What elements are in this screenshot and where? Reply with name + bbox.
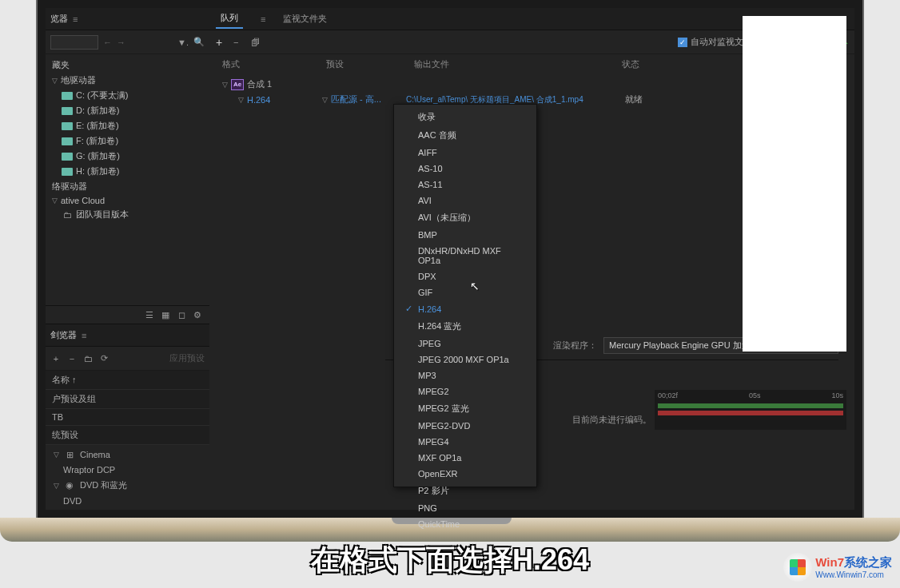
format-option[interactable]: AS-10 [394, 161, 536, 177]
settings-icon[interactable]: ⚙ [192, 309, 203, 320]
format-option[interactable]: JPEG 2000 MXF OP1a [394, 352, 536, 368]
format-option[interactable]: MPEG2 [394, 383, 536, 399]
list-view-icon[interactable]: ☰ [144, 309, 155, 320]
format-option[interactable]: AS-11 [394, 177, 536, 193]
add-preset-icon[interactable]: + [50, 353, 62, 364]
preset-menu-icon[interactable]: ≡ [82, 331, 86, 340]
cinema-icon: ⊞ [64, 449, 75, 460]
chevron-down-icon[interactable]: ▽ [238, 96, 244, 104]
user-presets-row[interactable]: 户预设及组 [46, 390, 209, 409]
grid-view-icon[interactable]: ▦ [160, 309, 171, 320]
apply-preset-button[interactable]: 应用预设 [169, 352, 205, 364]
drive-item[interactable]: D: (新加卷) [46, 103, 209, 118]
format-option[interactable]: P2 影片 [394, 482, 536, 500]
cinema-preset-group[interactable]: ▽⊞Cinema [46, 447, 209, 463]
preset-toolbar: + − 🗀 ⟳ 应用预设 [46, 347, 209, 371]
drive-tree: 藏夹 ▽地驱动器 C: (不要太满)D: (新加卷)E: (新加卷)F: (新加… [46, 54, 209, 305]
name-column-header[interactable]: 名称 ↑ [46, 371, 209, 390]
preview-blank-area [743, 16, 846, 352]
preset-link[interactable]: 匹配源 - 高... [331, 93, 403, 105]
add-source-icon[interactable]: + [216, 36, 222, 49]
remove-preset-icon[interactable]: − [66, 353, 78, 364]
format-option[interactable]: PNG [394, 500, 536, 516]
mouse-cursor-icon: ↖ [470, 280, 480, 292]
format-option[interactable]: AVI（未压缩） [394, 209, 536, 227]
timeline-track-2[interactable] [658, 411, 843, 415]
col-format: 格式 [222, 58, 326, 70]
browser-panel-header: 览器 ≡ [46, 8, 209, 30]
format-option[interactable]: QuickTime [394, 516, 536, 532]
format-option[interactable]: 收录 [394, 108, 536, 126]
creative-cloud-node[interactable]: ▽ative Cloud [46, 194, 209, 207]
filter-icon[interactable]: ▼. [177, 37, 189, 48]
preset-panel-header: 剑览器 ≡ [46, 324, 209, 347]
format-option[interactable]: AVI [394, 193, 536, 209]
format-option[interactable]: MPEG4 [394, 434, 536, 450]
drive-item[interactable]: F: (新加卷) [46, 133, 209, 149]
col-preset: 预设 [326, 58, 414, 70]
duplicate-icon[interactable]: 🗐 [249, 37, 261, 48]
watermark-logo-icon [783, 553, 812, 582]
drive-item[interactable]: C: (不要太满) [46, 88, 209, 103]
format-option[interactable]: MXF OP1a [394, 450, 536, 466]
tab-watch-folders[interactable]: 监视文件夹 [278, 10, 332, 28]
format-option[interactable]: ✓H.264 [394, 300, 536, 317]
tab-queue[interactable]: 队列 [216, 9, 243, 29]
status-text: 就绪 [625, 93, 643, 105]
new-folder-icon[interactable]: 🗀 [82, 353, 94, 364]
format-option[interactable]: BMP [394, 227, 536, 243]
video-subtitle: 在格式下面选择H.264 [0, 541, 900, 580]
team-project-node[interactable]: 🗀团队项目版本 [46, 207, 209, 222]
watermark-url: Www.Winwin7.com [815, 570, 892, 579]
drive-item[interactable]: H: (新加卷) [46, 164, 209, 179]
wraptor-preset[interactable]: Wraptor DCP [46, 463, 209, 477]
format-link[interactable]: H.264 [247, 95, 319, 105]
thumb-view-icon[interactable]: ◻ [176, 309, 187, 320]
tb-row[interactable]: TB [46, 409, 209, 426]
drive-icon [62, 153, 73, 161]
local-drives-node[interactable]: ▽地驱动器 [46, 73, 209, 88]
sys-presets-row[interactable]: 统预设 [46, 426, 209, 445]
preset-browser-title: 剑览器 [50, 329, 77, 341]
dvd-preset[interactable]: DVD [46, 494, 209, 508]
ae-comp-icon: Ae [231, 79, 244, 90]
folder-icon: 🗀 [62, 209, 73, 220]
format-option[interactable]: AIFF [394, 145, 536, 161]
chevron-down-icon[interactable]: ▽ [322, 96, 328, 104]
format-option[interactable]: DPX [394, 268, 536, 284]
favorites-node[interactable]: 藏夹 [46, 58, 209, 73]
drive-item[interactable]: E: (新加卷) [46, 118, 209, 133]
browser-title: 览器 [50, 13, 68, 25]
network-drives-node[interactable]: 络驱动器 [46, 179, 209, 194]
format-option[interactable]: H.264 蓝光 [394, 317, 536, 336]
format-option[interactable]: GIF [394, 284, 536, 300]
format-option[interactable]: MPEG2-DVD [394, 418, 536, 434]
timeline-panel: 00;02f 05s 10s [655, 390, 846, 430]
sync-icon[interactable]: ⟳ [98, 353, 110, 364]
comp-name: 合成 1 [247, 78, 272, 90]
drive-item[interactable]: G: (新加卷) [46, 149, 209, 164]
format-option[interactable]: DNxHR/DNxHD MXF OP1a [394, 243, 536, 268]
remove-source-icon[interactable]: − [230, 37, 241, 48]
forward-icon[interactable]: → [117, 38, 125, 47]
format-option[interactable]: JPEG [394, 336, 536, 352]
queue-tab-menu-icon[interactable]: ≡ [261, 14, 265, 24]
col-output: 输出文件 [414, 58, 622, 70]
timeline-track-1[interactable] [658, 403, 843, 408]
drive-icon [62, 122, 73, 130]
chevron-down-icon[interactable]: ▽ [222, 81, 228, 89]
search-icon[interactable]: 🔍 [193, 37, 205, 48]
format-option[interactable]: MPEG2 蓝光 [394, 399, 536, 418]
path-dropdown[interactable] [50, 35, 98, 50]
format-option[interactable]: MP3 [394, 368, 536, 383]
panel-menu-icon[interactable]: ≡ [73, 14, 78, 24]
drive-icon [62, 168, 73, 176]
render-label: 渲染程序： [553, 340, 597, 352]
drive-icon [62, 107, 73, 115]
back-icon[interactable]: ← [103, 38, 112, 47]
dvd-bluray-group[interactable]: ▽◉DVD 和蓝光 [46, 477, 209, 494]
browser-toolbar: ← → ▼. 🔍 [46, 30, 209, 54]
left-sidebar: 览器 ≡ ← → ▼. 🔍 藏夹 ▽地驱动器 C: (不要太满)D: (新加卷)… [46, 8, 209, 510]
format-option[interactable]: OpenEXR [394, 466, 536, 482]
format-option[interactable]: AAC 音频 [394, 126, 536, 145]
